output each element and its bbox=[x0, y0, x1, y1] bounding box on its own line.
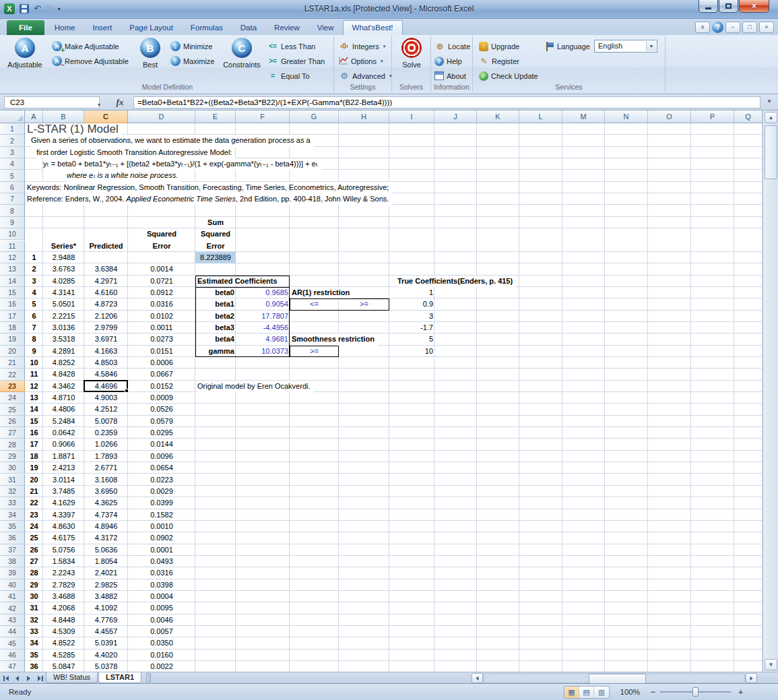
selected-cell-C23[interactable] bbox=[84, 380, 128, 392]
row-header-15[interactable]: 15 bbox=[0, 287, 25, 298]
integers-button[interactable]: ‹0› Integers ▾ bbox=[337, 39, 387, 53]
row-header-5[interactable]: 5 bbox=[0, 170, 25, 181]
name-box[interactable]: C23 ▼ bbox=[4, 96, 100, 108]
row-header-32[interactable]: 32 bbox=[0, 486, 25, 497]
tab-page-layout[interactable]: Page Layout bbox=[121, 21, 182, 35]
row-header-33[interactable]: 33 bbox=[0, 497, 25, 509]
workbook-restore-icon[interactable]: □ bbox=[742, 22, 757, 33]
row-header-18[interactable]: 18 bbox=[0, 322, 25, 333]
tab-home[interactable]: Home bbox=[46, 21, 84, 35]
chevron-down-icon[interactable]: ▼ bbox=[646, 41, 656, 51]
greater-than-button[interactable]: >= Greater Than bbox=[265, 54, 327, 68]
row-header-40[interactable]: 40 bbox=[0, 579, 25, 591]
horizontal-scroll-track[interactable] bbox=[484, 673, 745, 683]
zoom-level[interactable]: 100% bbox=[620, 684, 640, 700]
row-header-16[interactable]: 16 bbox=[0, 298, 25, 310]
scroll-right-icon[interactable] bbox=[746, 673, 757, 683]
row-header-46[interactable]: 46 bbox=[0, 649, 25, 661]
worksheet-grid[interactable]: ABCDEFGHIJKLMNOPQ12345678910111213141516… bbox=[0, 110, 763, 672]
row-header-8[interactable]: 8 bbox=[0, 205, 25, 216]
tab-split-handle[interactable] bbox=[146, 673, 151, 682]
scroll-left-icon[interactable] bbox=[472, 673, 483, 683]
row-header-24[interactable]: 24 bbox=[0, 392, 25, 404]
row-header-13[interactable]: 13 bbox=[0, 263, 25, 275]
insert-function-icon[interactable]: fx bbox=[109, 96, 131, 108]
help-button[interactable]: ? Help bbox=[432, 54, 464, 68]
select-all-corner[interactable] bbox=[0, 110, 25, 123]
page-break-view-icon[interactable]: ▥ bbox=[594, 687, 609, 698]
zoom-in-icon[interactable]: + bbox=[738, 684, 743, 700]
options-button[interactable]: Options ▾ bbox=[337, 54, 385, 68]
zoom-slider[interactable] bbox=[660, 691, 731, 693]
row-header-10[interactable]: 10 bbox=[0, 228, 25, 240]
collapse-ribbon-icon[interactable]: ∧ bbox=[695, 22, 710, 33]
row-header-27[interactable]: 27 bbox=[0, 427, 25, 439]
column-header-B[interactable]: B bbox=[43, 110, 84, 123]
scroll-up-icon[interactable]: ▲ bbox=[765, 112, 777, 123]
column-header-N[interactable]: N bbox=[605, 110, 648, 123]
solve-button[interactable]: Solve bbox=[398, 38, 425, 81]
zoom-slider-thumb[interactable] bbox=[692, 687, 699, 697]
row-header-23[interactable]: 23 bbox=[0, 381, 25, 392]
row-header-20[interactable]: 20 bbox=[0, 346, 25, 357]
row-header-28[interactable]: 28 bbox=[0, 439, 25, 450]
language-select[interactable]: English ▼ bbox=[594, 40, 657, 53]
normal-view-icon[interactable]: ▦ bbox=[564, 687, 579, 698]
tab-review[interactable]: Review bbox=[265, 21, 309, 35]
vertical-scroll-thumb[interactable] bbox=[765, 125, 777, 179]
maximize-button[interactable]: ↑ Maximize bbox=[168, 54, 216, 68]
upgrade-button[interactable]: ↑ Upgrade bbox=[477, 39, 521, 53]
row-header-1[interactable]: 1 bbox=[0, 123, 25, 135]
row-header-25[interactable]: 25 bbox=[0, 404, 25, 415]
row-header-4[interactable]: 4 bbox=[0, 158, 25, 170]
row-header-17[interactable]: 17 bbox=[0, 311, 25, 322]
row-header-37[interactable]: 37 bbox=[0, 544, 25, 556]
help-icon[interactable]: ? bbox=[712, 22, 723, 33]
row-header-26[interactable]: 26 bbox=[0, 416, 25, 427]
workbook-minimize-icon[interactable]: − bbox=[725, 22, 740, 33]
row-header-44[interactable]: 44 bbox=[0, 626, 25, 637]
make-adjustable-button[interactable]: A Make Adjustable bbox=[50, 39, 121, 53]
scroll-down-icon[interactable]: ▼ bbox=[765, 659, 777, 670]
column-header-K[interactable]: K bbox=[477, 110, 519, 123]
row-header-31[interactable]: 31 bbox=[0, 474, 25, 486]
row-header-41[interactable]: 41 bbox=[0, 591, 25, 602]
tab-view[interactable]: View bbox=[309, 21, 343, 35]
column-header-J[interactable]: J bbox=[434, 110, 477, 123]
column-header-M[interactable]: M bbox=[562, 110, 605, 123]
sheet-nav-prev-icon[interactable] bbox=[11, 673, 23, 683]
tab-formulas[interactable]: Formulas bbox=[182, 21, 232, 35]
column-header-H[interactable]: H bbox=[339, 110, 389, 123]
row-header-14[interactable]: 14 bbox=[0, 276, 25, 287]
row-header-9[interactable]: 9 bbox=[0, 217, 25, 228]
row-header-36[interactable]: 36 bbox=[0, 532, 25, 544]
row-header-12[interactable]: 12 bbox=[0, 252, 25, 263]
workbook-close-icon[interactable]: × bbox=[759, 22, 774, 33]
row-header-38[interactable]: 38 bbox=[0, 556, 25, 567]
name-box-dropdown-icon[interactable]: ▼ bbox=[94, 100, 104, 110]
row-header-11[interactable]: 11 bbox=[0, 241, 25, 252]
less-than-button[interactable]: <= Less Than bbox=[265, 39, 317, 53]
row-header-39[interactable]: 39 bbox=[0, 567, 25, 579]
vertical-scrollbar[interactable]: ▲ ▼ bbox=[763, 110, 778, 672]
zoom-out-icon[interactable]: − bbox=[651, 684, 655, 700]
sheet-nav-next-icon[interactable] bbox=[23, 673, 34, 683]
row-header-7[interactable]: 7 bbox=[0, 193, 25, 205]
row-header-34[interactable]: 34 bbox=[0, 509, 25, 521]
column-header-P[interactable]: P bbox=[691, 110, 734, 123]
best-button[interactable]: B Best bbox=[135, 38, 166, 81]
expand-formula-bar-icon[interactable]: ▾ bbox=[763, 98, 775, 108]
row-header-21[interactable]: 21 bbox=[0, 357, 25, 369]
row-header-30[interactable]: 30 bbox=[0, 462, 25, 474]
column-header-F[interactable]: F bbox=[236, 110, 290, 123]
column-header-E[interactable]: E bbox=[195, 110, 236, 123]
row-header-42[interactable]: 42 bbox=[0, 602, 25, 614]
column-header-C[interactable]: C bbox=[84, 110, 128, 123]
row-header-2[interactable]: 2 bbox=[0, 135, 25, 146]
equal-to-button[interactable]: = Equal To bbox=[265, 69, 312, 83]
minimize-button[interactable]: ↓ Minimize bbox=[168, 39, 214, 53]
about-button[interactable]: About bbox=[432, 69, 468, 83]
tab-insert[interactable]: Insert bbox=[84, 21, 121, 35]
horizontal-scroll-thumb[interactable] bbox=[589, 674, 646, 684]
sheet-tab-wb-status[interactable]: WB! Status bbox=[46, 672, 98, 683]
